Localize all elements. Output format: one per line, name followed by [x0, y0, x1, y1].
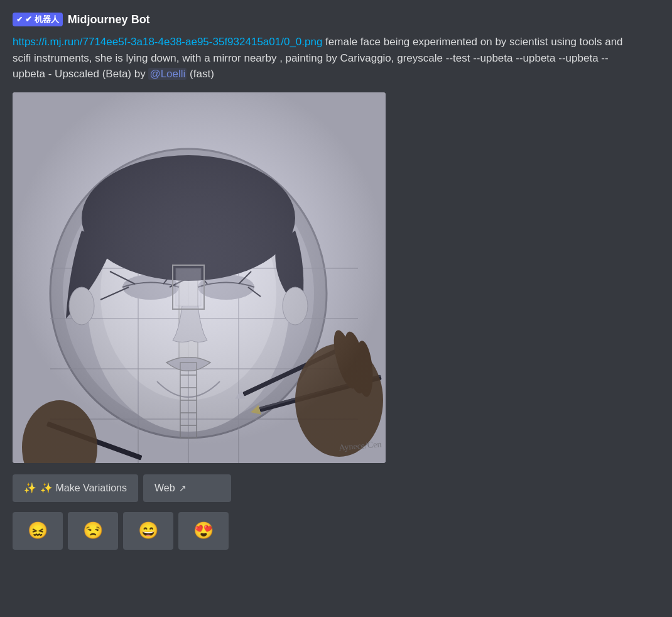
buttons-row: ✨ ✨ Make Variations Web ↗ — [13, 474, 659, 502]
reaction-button-3[interactable]: 😄 — [123, 512, 173, 550]
checkmark-icon: ✔ — [16, 15, 23, 24]
web-button[interactable]: Web ↗ — [143, 474, 231, 502]
make-variations-button[interactable]: ✨ ✨ Make Variations — [13, 474, 138, 502]
user-mention[interactable]: @Loelli — [148, 68, 187, 80]
web-label: Web — [154, 483, 175, 494]
bot-name: Midjourney Bot — [68, 13, 150, 26]
generated-image: Aynece/Cen — [13, 92, 386, 463]
svg-rect-48 — [13, 92, 386, 463]
reaction-button-1[interactable]: 😖 — [13, 512, 63, 550]
reactions-row: 😖 😒 😄 😍 — [13, 512, 659, 550]
external-link-icon: ↗ — [179, 483, 187, 493]
generated-image-container: Aynece/Cen — [13, 92, 386, 463]
artwork-svg: Aynece/Cen — [13, 92, 386, 463]
reaction-emoji-2: 😒 — [83, 521, 103, 540]
make-variations-icon: ✨ — [24, 482, 36, 494]
message-text: https://i.mj.run/7714ee5f-3a18-4e38-ae95… — [13, 34, 628, 82]
bot-badge-label: ✔ 机器人 — [25, 14, 59, 25]
message-container: ✔ ✔ 机器人 Midjourney Bot https://i.mj.run/… — [0, 0, 672, 562]
bot-badge: ✔ ✔ 机器人 — [13, 13, 63, 26]
reaction-emoji-3: 😄 — [138, 521, 158, 540]
reaction-button-2[interactable]: 😒 — [68, 512, 118, 550]
make-variations-label: ✨ Make Variations — [40, 482, 127, 494]
header-row: ✔ ✔ 机器人 Midjourney Bot — [13, 13, 659, 26]
reaction-emoji-1: 😖 — [28, 521, 48, 540]
reaction-button-4[interactable]: 😍 — [178, 512, 229, 550]
reaction-emoji-4: 😍 — [193, 521, 214, 540]
image-url-link[interactable]: https://i.mj.run/7714ee5f-3a18-4e38-ae95… — [13, 36, 322, 48]
